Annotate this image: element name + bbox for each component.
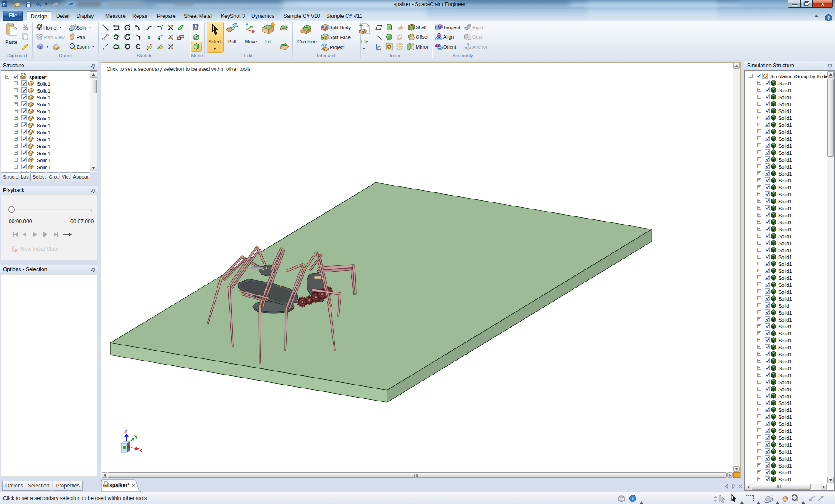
svg-text:i: i (632, 496, 633, 501)
svg-text:STOP: STOP (619, 498, 624, 501)
svg-text:Y: Y (134, 434, 138, 440)
svg-text:?: ? (827, 15, 830, 20)
svg-text:X: X (139, 448, 143, 453)
svg-text:Z: Z (124, 429, 127, 434)
